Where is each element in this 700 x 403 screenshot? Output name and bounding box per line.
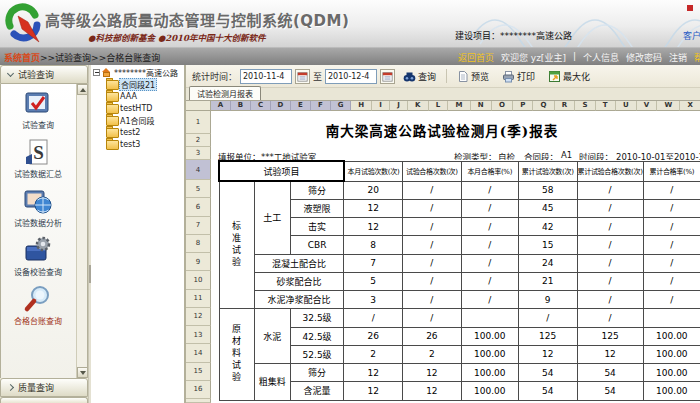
item-cell[interactable]: 混凝土配合比 [254, 254, 344, 272]
tree-root-node[interactable]: ********高速公路 [93, 67, 184, 77]
value-cell[interactable]: / [461, 181, 518, 199]
value-cell[interactable]: / [518, 309, 577, 327]
value-cell[interactable]: / [577, 181, 643, 199]
subgroup-cell[interactable]: 粗集料 [254, 364, 290, 401]
report-col-header[interactable]: 累计试验合格次数(次) [577, 161, 643, 181]
profile-link[interactable]: 个人信息 [583, 51, 619, 64]
group-cell[interactable]: 标准试验 [219, 181, 254, 309]
value-cell[interactable]: 100.00 [643, 345, 700, 363]
sidebar-item-device-check[interactable]: 设备校验查询 [14, 235, 62, 277]
scroll-down-button[interactable] [77, 367, 88, 378]
column-header-I[interactable]: I [372, 101, 390, 111]
change-password-link[interactable]: 修改密码 [626, 51, 662, 64]
column-header-N[interactable]: N [471, 101, 492, 111]
value-cell[interactable] [643, 309, 700, 327]
row-header-16[interactable]: 16 [186, 381, 211, 399]
scroll-up-button[interactable] [77, 84, 88, 95]
print-button[interactable]: 打印 [497, 67, 540, 86]
value-cell[interactable]: 100.00 [643, 364, 700, 382]
row-header-15[interactable]: 15 [186, 363, 211, 381]
value-cell[interactable]: 12 [344, 364, 403, 382]
value-cell[interactable]: 45 [518, 199, 577, 217]
value-cell[interactable]: / [577, 254, 643, 272]
value-cell[interactable]: 12 [344, 218, 403, 236]
item-cell[interactable]: CBR [290, 236, 343, 254]
row-header-6[interactable]: 6 [186, 198, 211, 216]
report-col-header[interactable]: 累计合格率(%) [643, 161, 700, 181]
item-cell[interactable]: 含泥量 [290, 382, 343, 400]
row-header-8[interactable]: 8 [186, 235, 211, 253]
sidebar-scrollbar[interactable] [76, 84, 87, 378]
value-cell[interactable]: 7 [344, 254, 403, 272]
value-cell[interactable]: / [643, 181, 700, 199]
value-cell[interactable]: / [643, 218, 700, 236]
row-header-4[interactable]: 4 [186, 160, 211, 180]
value-cell[interactable]: / [403, 236, 462, 254]
value-cell[interactable]: / [403, 291, 462, 309]
row-header-12[interactable]: 12 [186, 308, 211, 326]
column-header-A[interactable]: A [211, 101, 231, 111]
value-cell[interactable]: 15 [518, 236, 577, 254]
column-header-S[interactable]: S [575, 101, 595, 111]
value-cell[interactable]: / [403, 254, 462, 272]
sheet-corner-cell[interactable] [186, 101, 211, 111]
value-cell[interactable]: 54 [518, 382, 577, 400]
column-header-J[interactable]: J [390, 101, 408, 111]
value-cell[interactable]: 24 [518, 254, 577, 272]
maximize-button[interactable]: 最大化 [543, 67, 595, 86]
tree-node-aaa[interactable]: AAA [106, 91, 184, 101]
item-cell[interactable]: 52.5级 [290, 345, 343, 363]
column-header-X[interactable]: X [680, 101, 700, 111]
value-cell[interactable]: 125 [518, 327, 577, 345]
value-cell[interactable]: 26 [344, 327, 403, 345]
calendar-to-button[interactable] [380, 69, 395, 84]
date-to-input[interactable] [325, 69, 377, 84]
tree-node-test2[interactable]: test2 [106, 127, 184, 137]
column-header-V[interactable]: V [637, 101, 658, 111]
subgroup-cell[interactable]: 水泥 [254, 309, 290, 364]
item-cell[interactable]: 筛分 [290, 364, 343, 382]
value-cell[interactable]: / [643, 236, 700, 254]
column-header-B[interactable]: B [231, 101, 251, 111]
value-cell[interactable]: / [643, 291, 700, 309]
column-header-K[interactable]: K [408, 101, 429, 111]
calendar-from-button[interactable] [295, 69, 310, 84]
preview-button[interactable]: 预览 [452, 67, 494, 86]
report-col-header[interactable]: 累计试验次数(次) [518, 161, 577, 181]
row-header-partial[interactable] [186, 399, 211, 403]
column-header-P[interactable]: P [513, 101, 533, 111]
value-cell[interactable]: / [403, 218, 462, 236]
help-link[interactable]: 帮助 [694, 51, 700, 64]
value-cell[interactable]: 12 [403, 382, 462, 400]
tree-node-test3[interactable]: test3 [106, 139, 184, 149]
column-header-L[interactable]: L [429, 101, 449, 111]
row-header-2[interactable]: 2 [186, 134, 211, 147]
value-cell[interactable]: / [403, 272, 462, 290]
column-header-M[interactable]: M [448, 101, 470, 111]
column-header-D[interactable]: D [271, 101, 291, 111]
value-cell[interactable]: / [643, 254, 700, 272]
value-cell[interactable]: 54 [577, 382, 643, 400]
value-cell[interactable]: 100.00 [461, 382, 518, 400]
column-header-E[interactable]: E [291, 101, 311, 111]
value-cell[interactable]: 21 [518, 272, 577, 290]
sidebar-section-test-query[interactable]: 试验查询 [0, 65, 88, 84]
column-header-T[interactable]: T [596, 101, 616, 111]
value-cell[interactable]: 3 [344, 291, 403, 309]
row-header-7[interactable]: 7 [186, 217, 211, 235]
value-cell[interactable]: / [403, 199, 462, 217]
item-cell[interactable]: 击实 [290, 218, 343, 236]
value-cell[interactable]: 100.00 [643, 327, 700, 345]
value-cell[interactable]: 2 [344, 345, 403, 363]
value-cell[interactable]: 26 [403, 327, 462, 345]
report-col-header[interactable]: 本月合格率(%) [461, 161, 518, 181]
value-cell[interactable]: 20 [344, 181, 403, 199]
item-cell[interactable]: 液塑限 [290, 199, 343, 217]
value-cell[interactable]: / [461, 218, 518, 236]
date-from-input[interactable] [240, 69, 292, 84]
report-col-header[interactable]: 试验合格次数(次) [403, 161, 462, 181]
value-cell[interactable]: / [643, 272, 700, 290]
row-header-1[interactable]: 1 [186, 111, 211, 134]
group-cell[interactable]: 原材料试验 [219, 309, 254, 400]
value-cell[interactable]: / [577, 199, 643, 217]
